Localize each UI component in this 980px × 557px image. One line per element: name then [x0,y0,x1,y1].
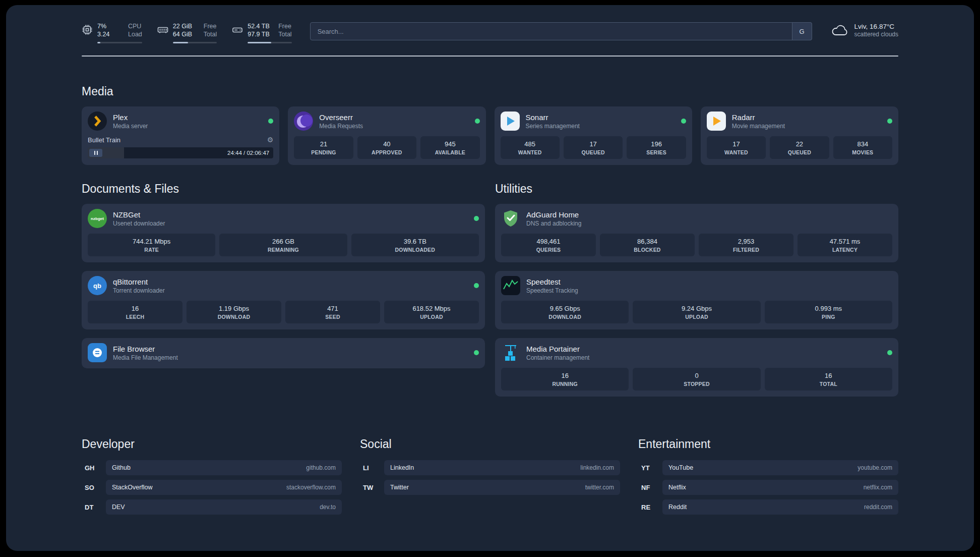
service-link-speedtest[interactable]: Speedtest Speedtest Tracking [501,276,892,295]
status-dot [474,283,479,288]
stat-series: 196 SERIES [627,136,686,159]
bookmark-netflix: NF Netflix netflix.com [638,480,898,495]
bookmark-link-linkedin[interactable]: LinkedIn linkedin.com [384,460,620,475]
service-description: Torrent downloader [113,287,165,294]
weather-condition: scattered clouds [854,31,898,38]
bookmarks: Developer GH Github github.com SO StackO… [82,437,898,541]
bookmark-twitter: TW Twitter twitter.com [360,480,620,495]
top-bar: 7% 3.24 CPU Load 22 GiB 64 GiB [82,22,898,43]
sonarr-icon [501,112,520,131]
service-description: Media File Management [113,354,178,361]
qbittorrent-icon: qb [88,276,107,295]
service-card-plex: Plex Media server Bullet Train ⚙ 24:44 /… [82,106,279,165]
utilities-column: Utilities AdGuard Home DNS and adblocki [495,182,898,405]
memory-icon [157,24,168,35]
cpu-icon [82,24,93,35]
status-dot [475,119,480,124]
cpu-load-value: 3.24 [97,30,120,38]
service-link-portainer[interactable]: Media Portainer Container management [501,343,892,362]
service-link-nzbget[interactable]: nzbget NZBGet Usenet downloader [88,209,479,228]
stat-ping: 0.993 ms PING [765,301,892,323]
status-dot [887,350,892,355]
disk-icon [232,24,243,35]
service-name: Overseerr [319,113,363,122]
playback-bar[interactable]: 24:44 / 02:06:47 [88,147,273,158]
bookmark-link-twitter[interactable]: Twitter twitter.com [384,480,620,495]
bookmark-youtube: YT YouTube youtube.com [638,460,898,475]
memory-free-label: Free [204,22,217,30]
cpu-usage-label: CPU [128,22,142,30]
service-card-sonarr: Sonarr Series management 485 WANTED 17 Q… [495,106,692,165]
cpu-usage-value: 7% [97,22,120,30]
stat-filtered: 2,953 FILTERED [699,234,793,256]
service-card-portainer: Media Portainer Container management 16 … [495,338,898,397]
bookmark-link-reddit[interactable]: Reddit reddit.com [662,499,898,515]
stat-total: 16 TOTAL [765,368,892,391]
now-playing-title: Bullet Train [88,136,120,144]
stat-approved: 40 APPROVED [357,136,416,159]
service-description: Series management [526,123,580,130]
service-link-plex[interactable]: Plex Media server [88,112,273,131]
service-card-overseerr: Overseerr Media Requests 21 PENDING 40 A… [288,106,485,165]
disk-widget: 52.4 TB 97.9 TB Free Total [232,22,291,43]
service-description: DNS and adblocking [526,220,581,227]
bookmark-link-netflix[interactable]: Netflix netflix.com [662,480,898,495]
section-title-media: Media [82,85,898,98]
weather-location: Lviv, 16.87°C [854,22,898,31]
service-card-qbittorrent: qb qBittorrent Torrent downloader 16 LEE… [82,271,485,329]
service-link-filebrowser[interactable]: File Browser Media File Management [88,343,479,362]
bookmark-abbr: NF [638,484,662,491]
service-name: Media Portainer [526,345,589,353]
bookmark-abbr: LI [360,464,384,472]
bookmark-abbr: DT [82,504,106,511]
bookmark-link-dev[interactable]: DEV dev.to [106,499,342,515]
disk-free-label: Free [278,22,291,30]
section-title-entertainment: Entertainment [638,437,898,451]
service-card-filebrowser: File Browser Media File Management [82,338,485,368]
stat-blocked: 86,384 BLOCKED [600,234,695,256]
service-link-qbittorrent[interactable]: qb qBittorrent Torrent downloader [88,276,479,295]
filebrowser-icon [88,343,107,362]
stat-running: 16 RUNNING [501,368,629,391]
bookmark-link-stackoverflow[interactable]: StackOverflow stackoverflow.com [106,480,342,495]
stat-seed: 471 SEED [285,301,380,323]
status-dot [887,119,892,124]
stat-upload: 9.24 Gbps UPLOAD [633,301,760,323]
section-title-documents: Documents & Files [82,182,485,196]
radarr-icon [707,112,726,131]
memory-progress-bar [173,42,217,43]
memory-total-label: Total [204,30,217,38]
status-dot [474,350,479,355]
bookmark-link-youtube[interactable]: YouTube youtube.com [662,460,898,475]
search-provider-button[interactable]: G [792,22,812,40]
service-description: Media Requests [319,123,363,130]
memory-widget: 22 GiB 64 GiB Free Total [157,22,217,43]
stat-download: 1.19 Gbps DOWNLOAD [187,301,281,323]
stat-remaining: 266 GB REMAINING [219,234,347,256]
search-input[interactable] [310,22,812,40]
dashboard: 7% 3.24 CPU Load 22 GiB 64 GiB [6,5,974,551]
service-name: Speedtest [526,277,578,286]
stat-available: 945 AVAILABLE [420,136,479,159]
bookmark-dev: DT DEV dev.to [82,499,342,515]
disk-total-value: 97.9 TB [248,30,271,38]
service-description: Media server [113,123,148,130]
topbar-divider [82,55,898,57]
weather-widget: Lviv, 16.87°C scattered clouds [830,22,898,38]
service-card-radarr: Radarr Movie management 17 WANTED 22 QUE… [701,106,898,165]
bookmark-link-github[interactable]: Github github.com [106,460,342,475]
service-card-adguard: AdGuard Home DNS and adblocking 498,461 … [495,204,898,262]
stat-stopped: 0 STOPPED [633,368,760,391]
bookmark-abbr: SO [82,484,106,491]
pause-button[interactable] [89,149,102,157]
service-description: Usenet downloader [113,220,165,227]
service-name: Sonarr [526,113,580,122]
service-link-adguard[interactable]: AdGuard Home DNS and adblocking [501,209,892,228]
documents-column: Documents & Files nzbget NZBGet Usenet d… [82,182,485,377]
service-link-sonarr[interactable]: Sonarr Series management [501,112,686,131]
service-link-radarr[interactable]: Radarr Movie management [707,112,892,131]
gear-icon[interactable]: ⚙ [267,136,274,144]
service-link-overseerr[interactable]: Overseerr Media Requests [294,112,479,131]
portainer-icon [501,343,520,362]
service-name: Radarr [732,113,785,122]
